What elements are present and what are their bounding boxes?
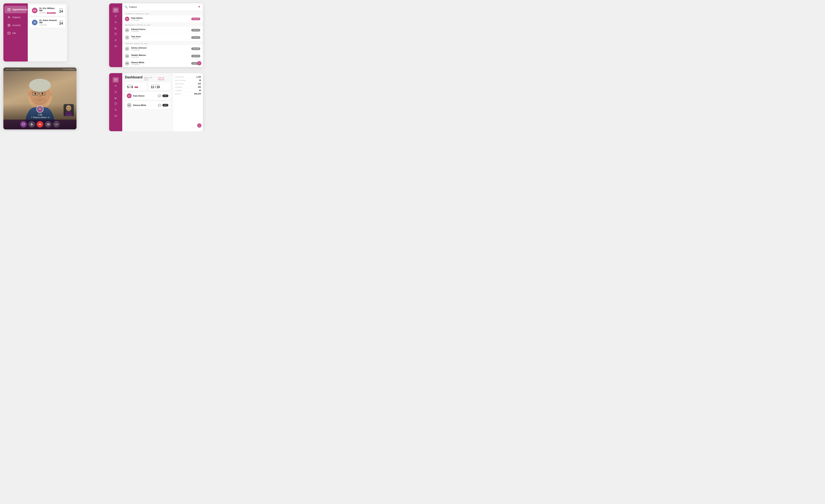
appt-date-1: MAR 24 (59, 8, 63, 13)
patient-row-emma[interactable]: EJ Emma Johnson Completed 3:00 PM (122, 45, 203, 53)
dash-sidebar-7[interactable] (113, 113, 119, 119)
appt-time-2: 11:00 AM (40, 24, 57, 26)
patient-search-card: 🔍 Patient ▼ THURSDAY, MARCH 24, 2022 KA … (109, 3, 203, 67)
patient-row-edward[interactable]: EK Edward Keens Cancelled 3:00 PM (122, 27, 203, 34)
avatar-ek: EK (125, 28, 129, 32)
dash-sidebar-6[interactable] (113, 107, 119, 113)
right-stat-row: Cancelled 40 (175, 89, 201, 92)
patient-row-natalie[interactable]: NW Natalie Watson Cancelled 2:30 PM (122, 53, 203, 60)
search-sidebar-list[interactable] (113, 13, 119, 19)
sidebar-item-account[interactable]: Account (4, 21, 27, 29)
svg-point-46 (40, 108, 41, 109)
dash-sidebar-5[interactable] (113, 101, 119, 106)
avatar-dw: DW (125, 61, 129, 66)
mute-button[interactable] (28, 121, 35, 128)
filter-icon[interactable]: ▼ (198, 5, 201, 9)
patient-status-dianna: Completed (131, 64, 190, 65)
search-sidebar (109, 3, 122, 67)
sidebar-appointments-label: Appointments (12, 8, 27, 11)
sidebar-item-info[interactable]: Info (4, 29, 27, 37)
stat-value-today: 5 / 8 (127, 85, 133, 89)
right-stat-value: $48,200 (194, 93, 201, 95)
patient-row-dianna[interactable]: DW Dianna White Completed 2:00 PM (122, 60, 203, 67)
topbar-left-text: Video Call in Progress (5, 68, 20, 70)
dash-sidebar-3[interactable] (113, 89, 119, 94)
dash-patient-row-1[interactable]: KA Kate Alston 💬 3:17 (125, 92, 170, 100)
patient-time-natalie: 2:30 PM (191, 55, 200, 57)
dash-msg-icon-1[interactable]: 💬 (158, 94, 161, 97)
avatar-ka: KA (125, 17, 129, 21)
dashboard-action[interactable]: View All Records (158, 77, 170, 81)
dash-time-2: 3:27 (162, 104, 168, 106)
patient-row-tom[interactable]: TK Tom Kent Cancelled 5:30 PM (122, 34, 203, 41)
stat-box-week: THIS WEEK 12 / 20 (149, 82, 170, 90)
right-stat-label: New This Month (175, 79, 186, 81)
dash-patient-name-2: Dianna White (133, 104, 156, 106)
svg-rect-47 (22, 123, 24, 125)
sidebar-item-appointments[interactable]: 21 Appointments (4, 6, 27, 13)
stat-box-today: TODAY 5 / 8 (125, 82, 147, 90)
search-sidebar-person[interactable] (113, 19, 119, 25)
sidebar-item-patients[interactable]: Patients (4, 14, 27, 21)
camera-indicator-icon: 📷 (48, 117, 50, 119)
chat-button[interactable] (20, 121, 27, 128)
patient-row-kate[interactable]: KA Kate Alston Scheduled 2:45 PM (122, 15, 203, 23)
stat-value-week: 12 / 20 (151, 85, 160, 89)
video-overlay: 1:08 🎤 Rebecca Wilson 📷 (3, 104, 76, 129)
search-sidebar-chart[interactable] (113, 25, 119, 31)
dashboard-title: Dashboard (125, 75, 143, 79)
dash-patient-row-2[interactable]: DW Dianna White 💬 3:27 (125, 101, 170, 109)
dash-time-1: 3:17 (162, 94, 168, 97)
dash-sidebar-2[interactable] (113, 83, 119, 88)
svg-rect-21 (116, 27, 116, 29)
patient-name-kate: Kate Alston (131, 17, 190, 19)
right-stats-list: Total Patients 1,240 New This Month 48 A… (175, 75, 201, 96)
appointment-item-1[interactable]: KA Dr. Eric William, MD 4:45 PM CHECK IN… (29, 5, 65, 16)
right-stat-row: Total Patients 1,240 (175, 75, 201, 79)
search-input[interactable]: Patient (129, 6, 196, 8)
right-stat-row: Revenue $48,200 (175, 92, 201, 96)
svg-rect-8 (8, 32, 10, 34)
dashboard-fab[interactable]: + (197, 123, 201, 128)
patient-list: THURSDAY, MARCH 24, 2022 KA Kate Alston … (122, 11, 203, 67)
patient-info-natalie: Natalie Watson Cancelled (131, 54, 190, 58)
svg-point-34 (29, 79, 51, 92)
right-stat-value: 1,240 (196, 76, 201, 78)
dash-avatar-ka: KA (127, 93, 132, 98)
search-fab[interactable]: + (197, 61, 201, 65)
appointment-item-2[interactable]: JS Dr. Adam Howard, MD 11:00 AM MAR 24 (29, 17, 65, 28)
right-stat-label: Total Patients (175, 76, 184, 78)
svg-point-35 (28, 91, 31, 96)
dash-msg-icon-2[interactable]: 💬 (158, 104, 161, 107)
search-sidebar-extra[interactable] (113, 44, 119, 49)
sidebar-info-label: Info (12, 32, 16, 34)
right-stat-value: 280 (198, 86, 201, 88)
call-controls (3, 120, 76, 129)
patient-name-emma: Emma Johnson (131, 47, 190, 49)
svg-point-45 (39, 108, 40, 109)
right-stat-label: Revenue (175, 93, 181, 95)
svg-rect-54 (115, 79, 117, 81)
app-sidebar: 21 Appointments Patients Ac (3, 3, 28, 62)
search-sidebar-heart[interactable] (113, 31, 119, 37)
avatar-ej: EJ (125, 47, 129, 51)
appointments-list: KA Dr. Eric William, MD 4:45 PM CHECK IN… (28, 3, 67, 62)
patient-time-tom: 5:30 PM (191, 36, 200, 39)
svg-point-53 (57, 124, 58, 125)
date-group-3: TUESDAY, MARCH 22, 2022 (122, 41, 203, 45)
svg-point-22 (115, 40, 116, 41)
end-call-button[interactable] (37, 121, 43, 128)
patient-name-natalie: Natalie Watson (131, 54, 190, 56)
search-icon: 🔍 (125, 5, 128, 8)
video-button[interactable] (45, 121, 51, 128)
svg-point-51 (56, 124, 56, 125)
search-sidebar-home[interactable] (113, 7, 119, 13)
dash-sidebar-4[interactable] (113, 95, 119, 100)
dashboard-sidebar (109, 73, 122, 131)
search-sidebar-settings[interactable] (113, 38, 119, 43)
dash-sidebar-1[interactable] (113, 77, 119, 82)
avatar-nw: NW (125, 54, 129, 58)
menu-button[interactable] (53, 121, 60, 128)
patient-name-edward: Edward Keens (131, 28, 190, 30)
svg-rect-48 (31, 123, 32, 125)
